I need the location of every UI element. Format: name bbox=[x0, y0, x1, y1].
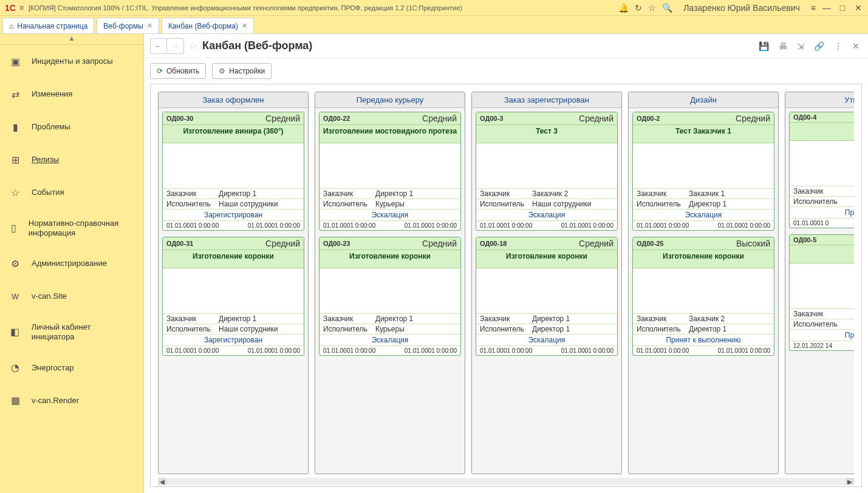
card-status-link[interactable]: Эскалация bbox=[320, 209, 460, 220]
nav-back-button[interactable]: ← bbox=[150, 38, 167, 54]
card-status-link[interactable]: Эскалация bbox=[476, 209, 617, 220]
filter-icon[interactable]: ≡ bbox=[811, 3, 816, 13]
kanban-board[interactable]: Заказ оформленОД00-30СреднийИзготовление… bbox=[158, 92, 854, 474]
close-icon[interactable]: ✕ bbox=[850, 41, 862, 51]
search-icon[interactable]: 🔍 bbox=[662, 3, 672, 13]
kanban-card[interactable]: ОД00-5ЗаказчикИсполнительПринят в12.01.2… bbox=[789, 234, 854, 351]
maximize-icon[interactable]: □ bbox=[838, 3, 847, 13]
column-body[interactable]: ОД00-3СреднийТест 3ЗаказчикЗаказчик 2Исп… bbox=[472, 108, 621, 474]
kanban-card[interactable]: ОД00-2СреднийТест Заказчик 1ЗаказчикЗака… bbox=[632, 112, 774, 231]
card-executor-label: Исполнитель bbox=[793, 320, 846, 328]
kanban-card[interactable]: ОД00-31СреднийИзготовление коронкиЗаказч… bbox=[162, 237, 304, 356]
horizontal-scrollbar[interactable]: ◀ ▶ bbox=[158, 478, 854, 485]
more-icon[interactable]: ⋮ bbox=[832, 41, 845, 51]
sidebar-item-7[interactable]: wv-can.Site bbox=[0, 280, 143, 313]
card-status-link[interactable]: Эскалация bbox=[633, 209, 774, 220]
sidebar-item-1[interactable]: ⇄Изменения bbox=[0, 78, 143, 110]
column-title: Передано курьеру bbox=[315, 92, 465, 108]
card-id: ОД00-23 bbox=[323, 240, 350, 247]
card-id: ОД00-30 bbox=[166, 115, 193, 122]
card-date-end: 01.01.0001 0:00:00 bbox=[248, 347, 300, 354]
kanban-card[interactable]: ОД00-30СреднийИзготовление винира (360°)… bbox=[162, 112, 304, 231]
save-icon[interactable]: 💾 bbox=[756, 41, 771, 51]
sidebar: ▲ ▣Инциденты и запросы⇄Изменения▮Проблем… bbox=[0, 34, 144, 493]
card-executor-label: Исполнитель bbox=[480, 325, 532, 333]
minimize-icon[interactable]: — bbox=[822, 3, 832, 13]
sidebar-item-label: Инциденты и запросы bbox=[32, 56, 113, 66]
star-icon[interactable]: ☆ bbox=[648, 3, 656, 13]
tab-home[interactable]: ⌂ Начальная страница bbox=[2, 18, 94, 33]
bell-icon[interactable]: 🔔 bbox=[618, 3, 629, 13]
card-customer: Директор 1 bbox=[375, 189, 457, 198]
kanban-card[interactable]: ОД00-25ВысокийИзготовление коронкиЗаказч… bbox=[632, 237, 774, 356]
column-body[interactable]: ОД00-4МЗаказчикИсполнительПринят в01.01.… bbox=[785, 108, 854, 474]
column-body[interactable]: ОД00-30СреднийИзготовление винира (360°)… bbox=[159, 108, 308, 474]
sidebar-item-4[interactable]: ☆События bbox=[0, 176, 143, 209]
scroll-left-icon[interactable]: ◀ bbox=[158, 478, 166, 485]
card-status-link[interactable]: Эскалация bbox=[320, 334, 460, 345]
card-executor-label: Исполнитель bbox=[637, 325, 689, 333]
sidebar-item-2[interactable]: ▮Проблемы bbox=[0, 110, 143, 143]
kanban-card[interactable]: ОД00-23СреднийИзготовление коронкиЗаказч… bbox=[319, 237, 461, 356]
favorite-icon[interactable]: ☆ bbox=[189, 40, 197, 52]
link-icon[interactable]: 🔗 bbox=[812, 41, 827, 51]
column-body[interactable]: ОД00-22СреднийИзготовление мостовидного … bbox=[315, 108, 465, 474]
sidebar-item-10[interactable]: ▦v-can.Render bbox=[0, 384, 143, 416]
card-id: ОД00-4 bbox=[793, 114, 816, 121]
menu-icon[interactable]: ≡ bbox=[19, 4, 24, 12]
close-icon[interactable]: ✕ bbox=[147, 22, 152, 30]
card-status-link[interactable]: Эскалация bbox=[476, 334, 617, 345]
tab-kanban[interactable]: Канбан (Веб-форма) ✕ bbox=[162, 18, 254, 33]
tab-webforms[interactable]: Веб-формы ✕ bbox=[97, 18, 159, 33]
card-title: Изготовление винира (360°) bbox=[163, 125, 304, 143]
column-body[interactable]: ОД00-2СреднийТест Заказчик 1ЗаказчикЗака… bbox=[629, 108, 778, 474]
close-icon[interactable]: ✕ bbox=[853, 3, 863, 13]
home-icon: ⌂ bbox=[9, 22, 13, 30]
card-status-link[interactable]: Зарегистрирован bbox=[163, 334, 304, 345]
user-name[interactable]: Лазаренко Юрий Васильевич bbox=[683, 3, 800, 13]
card-executor: Наши сотрудники bbox=[532, 200, 613, 208]
scroll-right-icon[interactable]: ▶ bbox=[846, 478, 854, 485]
card-status-link[interactable]: Зарегистрирован bbox=[163, 209, 304, 220]
kanban-card[interactable]: ОД00-4МЗаказчикИсполнительПринят в01.01.… bbox=[789, 112, 854, 228]
window-title: [КОПИЯ] Стоматология 100% / 1С:ITIL. Упр… bbox=[29, 4, 618, 12]
kanban-card[interactable]: ОД00-3СреднийТест 3ЗаказчикЗаказчик 2Исп… bbox=[476, 112, 618, 231]
close-icon[interactable]: ✕ bbox=[242, 22, 247, 30]
card-title bbox=[790, 245, 854, 264]
history-icon[interactable]: ↻ bbox=[635, 3, 642, 13]
energo-icon: ◔ bbox=[9, 361, 22, 374]
card-priority: Средний bbox=[579, 114, 613, 123]
sidebar-collapse[interactable]: ▲ bbox=[0, 34, 143, 45]
nav-forward-button[interactable]: → bbox=[167, 38, 184, 54]
column-title: Заказ зарегистрирован bbox=[472, 92, 621, 108]
card-customer-label: Заказчик bbox=[480, 189, 532, 198]
title-bar: 1C ≡ [КОПИЯ] Стоматология 100% / 1С:ITIL… bbox=[0, 0, 868, 16]
sidebar-item-3[interactable]: ⊞Релизы bbox=[0, 143, 143, 176]
print-icon[interactable]: 🖶 bbox=[776, 41, 790, 51]
card-id: ОД00-3 bbox=[480, 115, 503, 122]
card-date-end: 01.01.0001 0:00:00 bbox=[561, 347, 613, 354]
settings-button[interactable]: ⚙ Настройки bbox=[212, 63, 272, 79]
card-date-start: 01.01.0001 0:00:00 bbox=[166, 347, 219, 354]
sidebar-item-8[interactable]: ◧Личный кабинет инициатора bbox=[0, 313, 143, 351]
card-status-link[interactable]: Принят в bbox=[790, 329, 854, 341]
card-executor: Наши сотрудники bbox=[219, 200, 300, 208]
card-customer-label: Заказчик bbox=[793, 187, 846, 195]
sidebar-item-label: Изменения bbox=[32, 89, 72, 99]
toolbar: ⟳ Обновить ⚙ Настройки bbox=[144, 58, 868, 84]
sidebar-item-5[interactable]: ▯Нормативно-справочная информация bbox=[0, 209, 143, 247]
kanban-card[interactable]: ОД00-22СреднийИзготовление мостовидного … bbox=[319, 112, 461, 231]
export-icon[interactable]: ⇲ bbox=[795, 41, 807, 51]
card-customer: Директор 1 bbox=[375, 314, 457, 323]
sidebar-item-6[interactable]: ⚙Администрирование bbox=[0, 247, 143, 280]
card-customer-label: Заказчик bbox=[323, 189, 375, 198]
card-status-link[interactable]: Принят к выполнению bbox=[633, 334, 774, 345]
kanban-card[interactable]: ОД00-18СреднийИзготовление коронкиЗаказч… bbox=[476, 237, 618, 356]
sidebar-item-0[interactable]: ▣Инциденты и запросы bbox=[0, 45, 143, 78]
card-status-link[interactable]: Принят в bbox=[790, 206, 854, 218]
kanban-column: ДизайнОД00-2СреднийТест Заказчик 1Заказч… bbox=[628, 92, 779, 474]
refresh-button[interactable]: ⟳ Обновить bbox=[150, 63, 206, 79]
sidebar-item-9[interactable]: ◔Энергостар bbox=[0, 351, 143, 384]
sidebar-item-label: Нормативно-справочная информация bbox=[29, 219, 135, 237]
card-customer: Заказчик 2 bbox=[689, 314, 770, 323]
